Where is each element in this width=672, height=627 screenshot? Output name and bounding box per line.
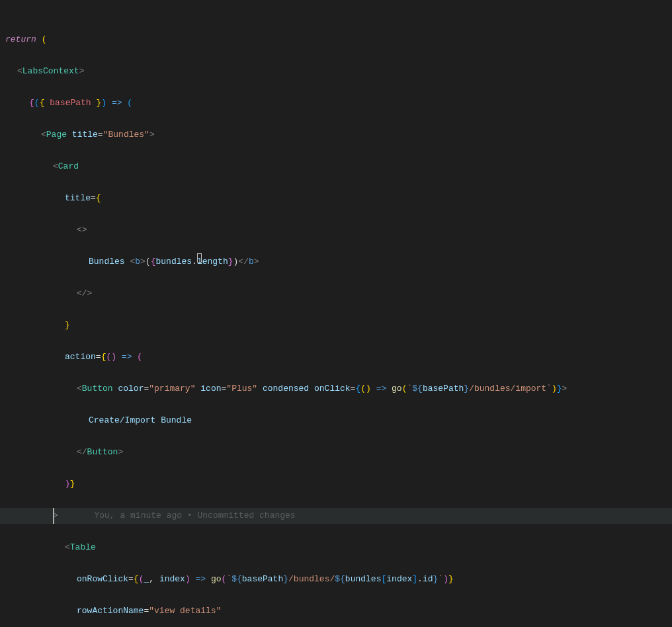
code-line[interactable]: {({ basePath }) => ( [0, 95, 672, 111]
code-line[interactable]: </> [0, 286, 672, 302]
code-line[interactable]: title={ [0, 190, 672, 206]
code-line[interactable]: action={() => ( [0, 349, 672, 365]
code-line[interactable]: )} [0, 476, 672, 492]
current-line[interactable]: > You, a minute ago • Uncommitted change… [0, 508, 672, 524]
code-line[interactable]: </Button> [0, 444, 672, 460]
code-line[interactable]: onRowClick={(_, index) => go(`${basePath… [0, 571, 672, 587]
code-line[interactable]: rowActionName="view details" [0, 603, 672, 619]
git-blame-annotation: You, a minute ago • Uncommitted changes [94, 511, 295, 521]
code-line[interactable]: Bundles <b>({bundles.length})</b> [0, 254, 672, 270]
code-line[interactable]: <Button color="primary" icon="Plus" cond… [0, 381, 672, 397]
code-line[interactable]: Create/Import Bundle [0, 413, 672, 429]
code-line[interactable]: <Card [0, 159, 672, 175]
keyword-return: return [5, 34, 36, 44]
code-editor[interactable]: return ( <LabsContext> {({ basePath }) =… [0, 0, 672, 627]
code-line[interactable]: return ( [0, 32, 672, 48]
code-line[interactable]: } [0, 317, 672, 333]
code-line[interactable]: <> [0, 222, 672, 238]
code-line[interactable]: <Page title="Bundles"> [0, 127, 672, 143]
code-line[interactable]: <LabsContext> [0, 63, 672, 79]
code-line[interactable]: <Table [0, 540, 672, 556]
